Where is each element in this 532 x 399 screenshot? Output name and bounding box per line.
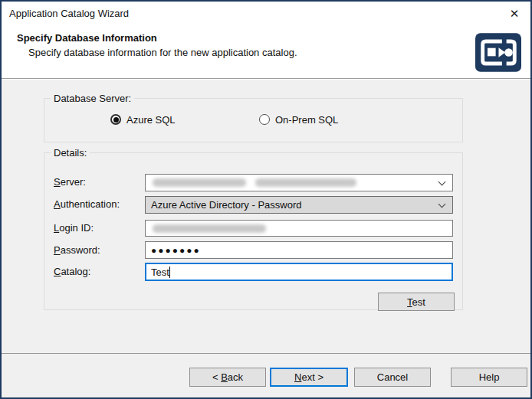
catalog-value: Test — [151, 267, 169, 278]
authentication-combobox[interactable]: Azure Active Directory - Password — [145, 196, 453, 214]
chevron-down-icon[interactable] — [438, 178, 446, 185]
page-title: Specify Database Information — [17, 32, 157, 44]
password-masked-value: ●●●●●●● — [151, 245, 201, 256]
login-id-label: Login ID: — [54, 222, 144, 234]
redacted-text — [153, 178, 246, 187]
back-button-text: ack — [228, 371, 243, 383]
next-button-accel: N — [294, 371, 301, 383]
title-bar: Application Catalog Wizard ✕ — [2, 2, 530, 25]
test-button-text: est — [412, 296, 425, 308]
password-label: Password: — [54, 244, 144, 256]
server-label-accel: S — [54, 176, 61, 188]
authentication-label-text: uthentication: — [61, 198, 120, 210]
radio-onprem-sql[interactable]: On-Prem SQL — [259, 113, 338, 126]
cancel-button[interactable]: Cancel — [354, 368, 431, 387]
authentication-value: Azure Active Directory - Password — [151, 199, 302, 211]
password-label-accel: P — [54, 244, 61, 256]
redacted-text — [153, 224, 266, 233]
password-input[interactable]: ●●●●●●● — [145, 241, 453, 259]
authentication-label-accel: A — [54, 198, 61, 210]
radio-azure-sql-label: Azure SQL — [126, 114, 176, 126]
authentication-label: Authentication: — [54, 198, 144, 210]
text-caret — [169, 267, 170, 278]
database-server-group: Database Server: Azure SQL On-Prem SQL — [44, 98, 463, 142]
back-button-accel: B — [221, 371, 228, 383]
chevron-down-icon[interactable] — [438, 200, 446, 208]
help-button-text: Help — [479, 371, 500, 383]
next-button-text: ext > — [301, 371, 323, 383]
back-button-prefix: < — [212, 371, 221, 383]
catalog-label-text: atalog: — [61, 266, 90, 277]
server-combobox[interactable] — [145, 174, 453, 191]
radio-azure-sql[interactable]: Azure SQL — [110, 113, 176, 126]
details-group: Details: Server: Authentication: Azure A… — [44, 152, 463, 310]
catalog-label-accel: C — [54, 266, 61, 277]
app-logo-icon — [475, 33, 521, 72]
catalog-label: Catalog: — [54, 266, 144, 277]
server-label-text: erver: — [61, 176, 86, 188]
radio-onprem-sql-label: On-Prem SQL — [275, 114, 338, 126]
login-id-input[interactable] — [145, 220, 453, 237]
footer-divider — [2, 353, 530, 354]
window-title: Application Catalog Wizard — [9, 2, 129, 25]
wizard-header: Specify Database Information Specify dat… — [2, 25, 530, 79]
test-button[interactable]: Test — [378, 293, 455, 311]
page-subtitle: Specify database information for the new… — [28, 47, 297, 58]
login-id-label-text: ogin ID: — [59, 222, 94, 234]
help-button[interactable]: Help — [451, 368, 527, 387]
radio-selected-icon[interactable] — [110, 114, 121, 125]
redacted-text — [255, 178, 356, 187]
radio-unselected-icon[interactable] — [259, 114, 270, 125]
details-group-label: Details: — [51, 147, 90, 159]
back-button[interactable]: < Back — [189, 368, 266, 387]
password-label-text: assword: — [61, 244, 100, 256]
server-label: Server: — [54, 176, 144, 188]
database-server-group-label: Database Server: — [51, 93, 134, 104]
close-icon[interactable]: ✕ — [504, 5, 524, 23]
next-button[interactable]: Next > — [270, 368, 348, 387]
application-catalog-wizard-dialog: Application Catalog Wizard ✕ Specify Dat… — [0, 0, 532, 399]
catalog-input[interactable]: Test — [145, 263, 453, 281]
cancel-button-text: Cancel — [377, 371, 408, 383]
